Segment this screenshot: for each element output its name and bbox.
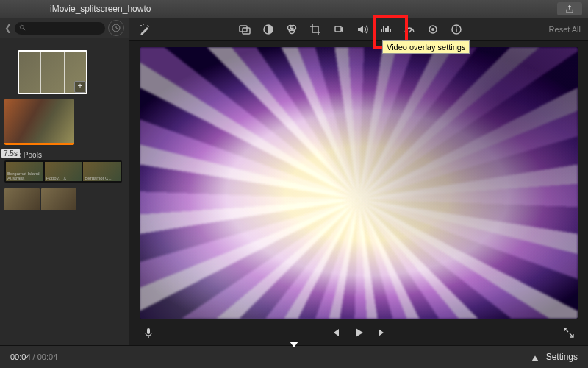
browser-top-bar: ❮ <box>0 18 129 38</box>
clip-thumbnails: 7.5s + Tide Pools Bergamot Island, Austr… <box>0 38 129 345</box>
zoom-icon[interactable] <box>530 352 540 362</box>
title-card-heading: Tide Pools <box>4 149 122 160</box>
title-thumb-3[interactable]: Bergamot C… <box>83 162 121 181</box>
clip-thumb-1[interactable]: + <box>18 50 87 94</box>
svg-rect-15 <box>147 328 150 334</box>
tooltip: Video overlay settings <box>382 40 470 54</box>
share-button[interactable] <box>557 2 582 15</box>
title-card-strip[interactable]: Bergamot Island, Australia Poppy, TX Ber… <box>4 160 122 183</box>
play-icon[interactable] <box>350 324 368 342</box>
title-thumb-1[interactable]: Bergamot Island, Australia <box>6 162 43 181</box>
next-icon[interactable] <box>373 324 391 342</box>
noise-eq-icon[interactable] <box>378 21 394 38</box>
mic-icon[interactable] <box>140 324 157 342</box>
clip-thumb-2[interactable] <box>4 99 74 145</box>
info-icon[interactable] <box>448 21 465 38</box>
svg-point-13 <box>431 28 434 31</box>
fullscreen-icon[interactable] <box>560 324 578 342</box>
auto-enhance-icon[interactable] <box>137 21 153 38</box>
mini-thumbs <box>4 188 124 210</box>
filter-icon[interactable] <box>425 21 441 38</box>
svg-rect-6 <box>243 28 250 34</box>
prev-icon[interactable] <box>326 324 344 342</box>
imovie-window: iMovie_splitscreen_howto ❮ 7.5s + <box>0 0 588 368</box>
search-input[interactable] <box>15 22 105 35</box>
stabilization-icon[interactable] <box>331 21 347 38</box>
svg-rect-5 <box>240 26 247 32</box>
title-thumb-2[interactable]: Poppy, TX <box>45 162 82 181</box>
speed-icon[interactable] <box>401 21 417 38</box>
volume-icon[interactable] <box>354 21 370 38</box>
reset-all-button[interactable]: Reset All <box>549 25 581 34</box>
project-title: iMovie_splitscreen_howto <box>6 4 557 14</box>
add-clip-icon[interactable]: + <box>74 81 86 93</box>
clock-filter-icon[interactable] <box>108 20 124 36</box>
svg-point-0 <box>20 25 24 29</box>
crop-icon[interactable] <box>307 21 323 38</box>
timecode: 00:04 / 00:04 <box>10 353 57 361</box>
playhead-marker[interactable] <box>290 342 298 353</box>
mini-thumb-2[interactable] <box>41 188 76 210</box>
time-current: 00:04 <box>10 353 31 361</box>
viewer-panel: Reset All Video overlay settings <box>129 18 588 345</box>
preview-viewer[interactable] <box>140 47 578 319</box>
color-correction-icon[interactable] <box>284 21 300 38</box>
main-area: ❮ 7.5s + Tide Pools Bergamot <box>0 18 588 345</box>
svg-rect-11 <box>335 26 341 32</box>
svg-line-1 <box>24 29 26 31</box>
transport-bar <box>129 320 588 345</box>
svg-point-3 <box>140 25 142 26</box>
titlebar: iMovie_splitscreen_howto <box>0 0 588 18</box>
adjust-tools <box>237 21 465 38</box>
timeline-bar: 00:04 / 00:04 Settings <box>0 345 588 368</box>
media-browser: ❮ 7.5s + Tide Pools Bergamot <box>0 18 129 345</box>
adjust-toolbar: Reset All Video overlay settings <box>129 18 588 41</box>
mini-thumb-1[interactable] <box>4 188 40 210</box>
browser-back-icon[interactable]: ❮ <box>4 23 12 33</box>
clip-duration-badge: 7.5s <box>1 149 20 158</box>
settings-button[interactable]: Settings <box>546 352 578 362</box>
preview-frame-image <box>140 47 578 319</box>
title-card-group: Tide Pools Bergamot Island, Australia Po… <box>4 149 122 183</box>
video-overlay-icon[interactable] <box>237 21 253 38</box>
time-total: 00:04 <box>37 353 58 361</box>
color-balance-icon[interactable] <box>260 21 276 38</box>
svg-point-4 <box>143 24 143 25</box>
